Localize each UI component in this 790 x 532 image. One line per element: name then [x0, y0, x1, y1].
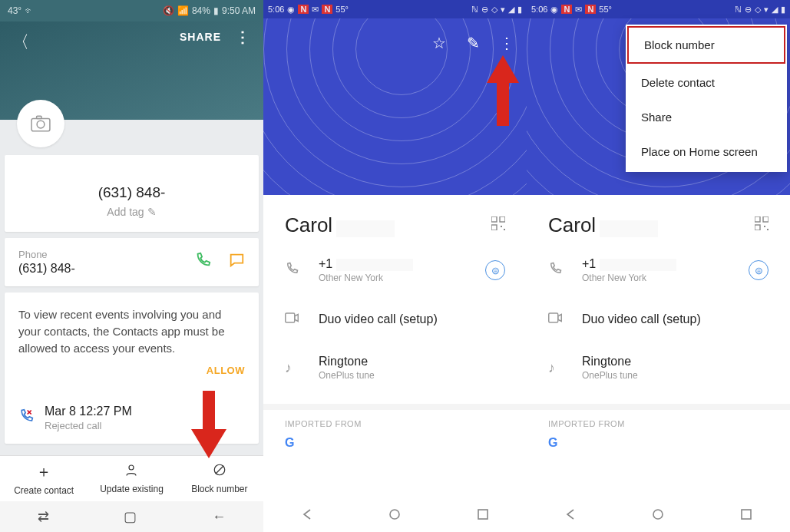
- nav-back-icon[interactable]: [564, 508, 577, 524]
- contact-hero: ☆ ✎ ⋮: [263, 18, 527, 195]
- menu-block-number[interactable]: Block number: [627, 26, 785, 64]
- app-icon-n2: N: [585, 5, 596, 14]
- section-divider: [527, 404, 790, 410]
- block-number-button[interactable]: Block number: [176, 456, 263, 501]
- share-button[interactable]: SHARE: [180, 31, 221, 43]
- svg-rect-17: [763, 216, 769, 222]
- ringtone-row[interactable]: ♪ Ringtone OnePlus tune: [527, 341, 790, 395]
- duo-row[interactable]: Duo video call (setup): [263, 297, 527, 341]
- screen-oneplus-contact: 5:06 ◉ N ✉ N 55° ℕ ⊖ ◇ ▾ ◢ ▮ ☆: [263, 0, 527, 532]
- nav-home-icon[interactable]: ▢: [124, 508, 137, 525]
- wifi-icon: ᯤ: [25, 5, 34, 16]
- svg-rect-9: [491, 225, 497, 230]
- name-row: Carol: [263, 195, 527, 243]
- update-existing-button[interactable]: Update existing: [88, 456, 175, 501]
- svg-rect-23: [742, 510, 751, 519]
- svg-rect-11: [504, 229, 505, 230]
- status-bar: 5:06 ◉ N ✉ N 55° ℕ ⊖ ◇ ▾ ◢ ▮: [527, 0, 790, 18]
- add-tag-label: Add tag: [107, 206, 144, 218]
- nav-back-icon[interactable]: ←: [212, 509, 226, 525]
- nav-bar: [527, 500, 790, 532]
- battery-icon: ▮: [517, 5, 522, 15]
- temp-indicator: 55°: [599, 5, 612, 14]
- screen-oneplus-menu: 5:06 ◉ N ✉ N 55° ℕ ⊖ ◇ ▾ ◢ ▮ Block: [527, 0, 790, 532]
- signal-icon: ◢: [508, 5, 514, 15]
- more-icon[interactable]: ⋮: [235, 33, 251, 41]
- recent-time: Mar 8 12:27 PM: [45, 405, 132, 418]
- svg-point-3: [129, 465, 134, 470]
- plus-icon: ＋: [36, 461, 51, 482]
- message-icon[interactable]: ⊜: [749, 260, 769, 280]
- dnd-icon: ⊖: [481, 5, 488, 15]
- nav-recents-icon[interactable]: [477, 508, 489, 524]
- google-icon: G: [285, 436, 300, 451]
- redacted-number: [600, 259, 676, 271]
- call-icon[interactable]: [194, 252, 211, 273]
- battery-pct: 84%: [192, 5, 210, 16]
- ringtone-value: OnePlus tune: [582, 370, 769, 381]
- back-icon[interactable]: 〈: [12, 31, 29, 54]
- dnd-icon: ⊖: [745, 5, 752, 15]
- clock: 9:50 AM: [222, 5, 256, 16]
- create-contact-button[interactable]: ＋ Create contact: [0, 456, 88, 501]
- video-icon: [285, 311, 302, 327]
- menu-delete-contact[interactable]: Delete contact: [626, 65, 787, 100]
- duo-row[interactable]: Duo video call (setup): [527, 297, 790, 341]
- svg-point-1: [37, 121, 45, 128]
- ringtone-value: OnePlus tune: [319, 370, 505, 381]
- battery-icon: ▮: [213, 5, 219, 16]
- menu-place-home[interactable]: Place on Home screen: [626, 134, 787, 169]
- add-tag-button[interactable]: Add tag ✎: [17, 206, 246, 218]
- music-note-icon: ♪: [285, 360, 302, 376]
- svg-line-5: [216, 466, 224, 474]
- avatar-camera[interactable]: [17, 100, 64, 147]
- svg-rect-19: [764, 226, 765, 227]
- music-note-icon: ♪: [548, 360, 565, 376]
- nav-back-icon[interactable]: [301, 508, 313, 524]
- phone-row[interactable]: +1 Other New York ⊜: [527, 243, 790, 297]
- favorite-icon[interactable]: ☆: [425, 29, 453, 57]
- message-icon[interactable]: [228, 252, 245, 273]
- data-icon: ◇: [491, 5, 497, 15]
- svg-rect-7: [491, 216, 497, 222]
- nfc-icon: ℕ: [735, 5, 742, 15]
- duo-label: Duo video call (setup): [319, 312, 505, 326]
- recent-call-row[interactable]: Mar 8 12:27 PM Rejected call: [5, 392, 259, 444]
- phone-prefix: +1: [319, 257, 332, 270]
- duo-label: Duo video call (setup): [582, 312, 769, 326]
- app-icon-n: N: [561, 5, 572, 14]
- more-icon[interactable]: ⋮: [493, 29, 521, 57]
- app-icon-n2: N: [322, 5, 332, 14]
- phone-prefix: +1: [582, 257, 596, 270]
- name-card: (631) 848- Add tag ✎: [5, 155, 259, 232]
- menu-share[interactable]: Share: [626, 100, 787, 134]
- nav-recents-icon[interactable]: ⇄: [38, 508, 49, 525]
- edit-icon[interactable]: ✎: [459, 29, 487, 57]
- overflow-menu: Block number Delete contact Share Place …: [626, 25, 787, 172]
- contact-name: Carol: [285, 213, 332, 236]
- block-label: Block number: [191, 484, 247, 494]
- ringtone-label: Ringtone: [582, 355, 769, 368]
- qr-icon[interactable]: [491, 216, 505, 234]
- svg-rect-10: [501, 226, 502, 227]
- ringtone-row[interactable]: ♪ Ringtone OnePlus tune: [263, 341, 527, 395]
- section-divider: [263, 404, 527, 410]
- edit-icon: ✎: [147, 206, 157, 218]
- google-source[interactable]: G: [527, 433, 790, 454]
- video-icon: [548, 311, 565, 327]
- redacted-lastname: [600, 220, 658, 237]
- google-source[interactable]: G: [263, 433, 527, 454]
- qr-icon[interactable]: [755, 216, 769, 234]
- app-icon-m: ✉: [575, 5, 582, 15]
- nav-recents-icon[interactable]: [740, 508, 752, 524]
- signal-icon: 📶: [177, 5, 189, 16]
- nav-home-icon[interactable]: [388, 508, 401, 524]
- svg-rect-12: [286, 313, 295, 322]
- bottom-actions: ＋ Create contact Update existing Block n…: [0, 455, 263, 501]
- phone-row[interactable]: +1 Other New York ⊜: [263, 243, 527, 297]
- imported-label: IMPORTED FROM: [527, 410, 790, 433]
- phone-label: Phone: [18, 249, 75, 260]
- allow-button[interactable]: ALLOW: [18, 364, 245, 378]
- message-icon[interactable]: ⊜: [485, 260, 505, 280]
- nav-home-icon[interactable]: [652, 508, 664, 524]
